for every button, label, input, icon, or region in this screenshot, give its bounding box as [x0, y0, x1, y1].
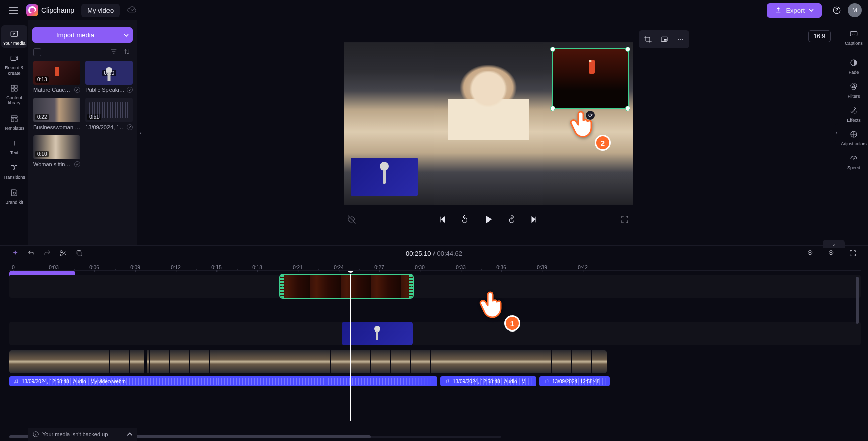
playback-time: 00:25.10 / 00:44.62	[406, 250, 462, 257]
rewind-button[interactable]	[459, 213, 471, 226]
rail-effects[interactable]: Effects	[841, 102, 867, 125]
media-item[interactable]: 0:51 13/09/2024, 1…✓	[85, 98, 133, 130]
record-icon	[9, 53, 20, 64]
media-item[interactable]: 0:10 Woman sittin…✓	[33, 135, 80, 167]
preview-canvas[interactable]: ⟳	[344, 42, 633, 205]
media-item[interactable]: 0:10 Public Speaki…✓	[85, 61, 133, 93]
captions-icon	[848, 28, 859, 39]
undo-button[interactable]	[25, 247, 37, 259]
rail-captions[interactable]: Captions	[841, 25, 867, 48]
rail-adjust-colors[interactable]: Adjust colors	[841, 126, 867, 148]
clip-trim-handle[interactable]: ||	[280, 275, 284, 298]
sort-icon[interactable]	[123, 48, 132, 57]
project-title[interactable]: My video	[81, 4, 120, 17]
music-icon	[13, 379, 19, 384]
rotate-handle[interactable]: ⟳	[586, 111, 595, 120]
more-button[interactable]	[673, 32, 687, 46]
clip-audio[interactable]: 13/09/2024, 12:58:48 - Audio - My video.…	[9, 376, 437, 386]
avatar[interactable]: M	[848, 3, 862, 17]
crop-button[interactable]	[641, 32, 655, 46]
clip-audio[interactable]: 13/09/2024, 12:58:48 -	[539, 376, 610, 386]
timeline-vertical-scrollbar[interactable]	[856, 275, 860, 375]
track-row	[9, 275, 861, 298]
filter-icon[interactable]	[110, 48, 119, 57]
split-button[interactable]	[57, 247, 69, 259]
media-thumbnail: 0:22	[33, 98, 80, 122]
preview-toolbar	[639, 30, 689, 48]
pip-layer-microphone[interactable]	[351, 158, 418, 196]
music-icon	[544, 379, 549, 384]
svg-rect-9	[15, 119, 18, 122]
cloud-sync-icon	[127, 5, 138, 16]
expand-right-panel-icon[interactable]: ›	[836, 130, 838, 136]
collapse-panel-icon[interactable]: ‹	[140, 130, 142, 136]
clip-audio[interactable]: 13/09/2024, 12:58:48 - Audio - M	[440, 376, 536, 386]
fade-icon	[848, 57, 859, 68]
resize-handle[interactable]	[625, 47, 630, 52]
rail-transitions[interactable]: Transitions	[1, 159, 27, 182]
hamburger-menu[interactable]	[6, 3, 20, 17]
aspect-ratio-selector[interactable]: 16:9	[808, 30, 831, 42]
svg-point-13	[678, 39, 679, 40]
clip-microphone-video[interactable]	[342, 322, 413, 345]
text-icon	[9, 138, 20, 149]
zoom-out-button[interactable]	[805, 247, 817, 259]
media-item[interactable]: 0:22 Businesswoman …	[33, 98, 80, 130]
upload-icon	[775, 7, 782, 14]
rail-your-media[interactable]: Your media	[1, 25, 27, 48]
clip-main-video[interactable]	[9, 350, 607, 373]
svg-rect-16	[850, 32, 857, 36]
rail-speed[interactable]: Speed	[841, 150, 867, 172]
resize-handle[interactable]	[625, 106, 630, 111]
ai-tool-button[interactable]	[9, 247, 21, 259]
speed-icon	[848, 153, 859, 164]
svg-point-22	[853, 158, 854, 159]
clipchamp-logo-icon	[26, 4, 38, 16]
zoom-in-button[interactable]	[826, 247, 838, 259]
svg-rect-2	[11, 56, 16, 61]
help-button[interactable]	[830, 3, 844, 17]
pip-layer-speaker[interactable]: ⟳	[553, 49, 628, 108]
svg-point-14	[680, 39, 681, 40]
resize-handle[interactable]	[550, 47, 555, 52]
svg-point-10	[13, 192, 16, 194]
resize-handle[interactable]	[550, 106, 555, 111]
skip-forward-button[interactable]	[528, 213, 540, 226]
adjust-icon	[848, 129, 859, 140]
rail-text[interactable]: Text	[1, 135, 27, 157]
media-item[interactable]: 0:13 Mature Cauc…✓	[33, 61, 80, 93]
check-icon: ✓	[127, 124, 133, 130]
playhead[interactable]	[350, 271, 351, 421]
brand[interactable]: Clipchamp	[26, 4, 74, 16]
svg-point-15	[682, 39, 683, 40]
svg-rect-5	[11, 89, 14, 91]
zoom-fit-button[interactable]	[847, 247, 859, 259]
rail-filters[interactable]: Filters	[841, 78, 867, 101]
clip-trim-handle[interactable]: ||	[409, 275, 413, 298]
media-icon	[9, 28, 20, 39]
select-all-checkbox[interactable]	[33, 48, 41, 56]
export-button[interactable]: Export	[767, 3, 822, 18]
forward-button[interactable]	[506, 213, 518, 226]
copy-button[interactable]	[73, 247, 85, 259]
rail-record-create[interactable]: Record & create	[1, 50, 27, 78]
rail-brand-kit[interactable]: Brand kit	[1, 184, 27, 207]
timeline-ruler[interactable]: 00:030:060:090:120:150:180:210:240:270:3…	[9, 261, 861, 271]
effects-icon	[848, 105, 859, 116]
pip-button[interactable]	[657, 32, 671, 46]
timeline-tracks[interactable]: || || Video resume 13/09/2024, 12:58:48 …	[9, 271, 861, 441]
skip-back-button[interactable]	[437, 213, 449, 226]
import-media-button[interactable]: Import media	[32, 27, 119, 43]
chevron-down-icon	[809, 8, 814, 13]
clip-speaker-video[interactable]: || ||	[280, 275, 413, 298]
rail-fade[interactable]: Fade	[841, 54, 867, 77]
rail-content-library[interactable]: Content library	[1, 80, 27, 108]
play-button[interactable]	[481, 212, 496, 227]
redo-button[interactable]	[41, 247, 53, 259]
import-dropdown[interactable]	[119, 27, 133, 43]
check-icon: ✓	[127, 87, 133, 93]
rail-templates[interactable]: Templates	[1, 110, 27, 133]
backup-warning[interactable]: Your media isn't backed up	[28, 428, 137, 441]
hide-preview-button[interactable]	[346, 213, 358, 226]
fullscreen-button[interactable]	[619, 213, 631, 226]
